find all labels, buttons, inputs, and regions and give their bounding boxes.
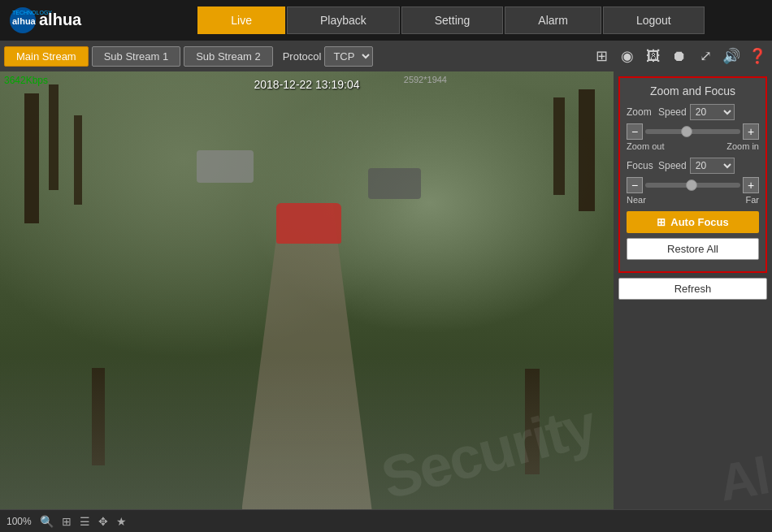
- focus-ends-row: Near Far: [627, 195, 759, 205]
- auto-focus-icon: ⊞: [657, 216, 666, 228]
- zoom-slider-track[interactable]: [645, 129, 740, 134]
- focus-speed-select[interactable]: 20: [690, 158, 735, 174]
- auto-focus-btn[interactable]: ⊞ Auto Focus: [627, 211, 759, 233]
- status-icon-bookmark[interactable]: ★: [116, 515, 127, 528]
- sub-stream2-btn[interactable]: Sub Stream 2: [184, 46, 273, 67]
- panel-watermark-text: Al: [715, 449, 772, 508]
- tree-2: [49, 84, 59, 190]
- help-icon[interactable]: ❓: [747, 45, 768, 67]
- nav-logout[interactable]: Logout: [603, 6, 705, 34]
- car-grey1: [197, 150, 254, 183]
- status-icon-search[interactable]: 🔍: [40, 515, 54, 528]
- expand-icon[interactable]: ⤢: [695, 45, 716, 67]
- status-icon-move[interactable]: ✥: [98, 515, 108, 528]
- tree-4: [579, 89, 595, 211]
- focus-slider-row: − +: [627, 177, 759, 193]
- zoom-focus-panel: Zoom and Focus Zoom Speed 20 − + Zoom ou…: [618, 76, 767, 273]
- status-bar: 100% 🔍 ⊞ ☰ ✥ ★: [0, 509, 772, 532]
- car-red: [276, 203, 341, 244]
- zoom-percent: 100%: [7, 516, 32, 527]
- sub-stream1-btn[interactable]: Sub Stream 1: [92, 46, 181, 67]
- refresh-container: Refresh: [614, 278, 772, 300]
- refresh-btn[interactable]: Refresh: [618, 278, 767, 300]
- tree-5: [553, 97, 565, 195]
- focus-slider-thumb: [686, 179, 697, 191]
- near-label: Near: [627, 195, 646, 205]
- record-icon[interactable]: ⏺: [669, 45, 690, 67]
- fullscreen-icon[interactable]: ⊞: [591, 45, 612, 67]
- header: alhua TECHNOLOGY alhua Live Playback Set…: [0, 0, 772, 41]
- stream-bar: Main Stream Sub Stream 1 Sub Stream 2 Pr…: [0, 41, 772, 71]
- zoom-out-label: Zoom out: [627, 141, 664, 151]
- dahua-logo: alhua TECHNOLOGY alhua: [8, 4, 114, 37]
- nav-live[interactable]: Live: [197, 6, 285, 34]
- protocol-label: Protocol: [283, 50, 322, 63]
- car-grey2: [368, 168, 421, 199]
- nav-playback[interactable]: Playback: [287, 6, 400, 34]
- zoom-ends-row: Zoom out Zoom in: [627, 141, 759, 151]
- zoom-speed-select[interactable]: 20: [690, 104, 735, 120]
- nav-alarm[interactable]: Alarm: [505, 6, 601, 34]
- status-icon-grid[interactable]: ⊞: [62, 515, 72, 528]
- svg-text:alhua: alhua: [12, 16, 37, 26]
- nav-bar: Live Playback Setting Alarm Logout: [197, 6, 704, 34]
- focus-label: Focus: [627, 160, 655, 171]
- main-stream-btn[interactable]: Main Stream: [4, 46, 89, 67]
- zoom-speed-label: Speed: [658, 106, 687, 118]
- main-area: 3642Kbps 2592*1944 2018-12-22 13:19:04 S…: [0, 71, 772, 509]
- bitrate-display: 3642Kbps: [4, 75, 48, 86]
- snapshot-icon[interactable]: ◉: [617, 45, 638, 67]
- right-panel: Zoom and Focus Zoom Speed 20 − + Zoom ou…: [614, 71, 772, 509]
- focus-slider-track[interactable]: [645, 183, 740, 188]
- focus-speed-label: Speed: [658, 160, 687, 171]
- zoom-speed-row: Zoom Speed 20: [627, 104, 759, 120]
- zoom-focus-title: Zoom and Focus: [627, 84, 759, 97]
- restore-all-btn[interactable]: Restore All: [627, 238, 759, 260]
- zoom-plus-btn[interactable]: +: [743, 123, 759, 140]
- focus-speed-row: Focus Speed 20: [627, 158, 759, 174]
- timestamp: 2018-12-22 13:19:04: [254, 78, 360, 91]
- svg-text:alhua: alhua: [39, 11, 82, 28]
- far-label: Far: [746, 195, 760, 205]
- audio-icon[interactable]: 🔊: [721, 45, 742, 67]
- zoom-slider-row: − +: [627, 123, 759, 140]
- zoom-in-label: Zoom in: [726, 141, 759, 151]
- tree-1: [24, 93, 39, 223]
- image-icon[interactable]: 🖼: [643, 45, 664, 67]
- zoom-minus-btn[interactable]: −: [627, 123, 643, 140]
- panel-watermark: Al: [614, 300, 772, 509]
- resolution-display: 2592*1944: [404, 75, 447, 84]
- logo: alhua TECHNOLOGY alhua: [0, 4, 130, 37]
- focus-plus-btn[interactable]: +: [743, 177, 759, 193]
- zoom-label: Zoom: [627, 106, 655, 118]
- video-area: 3642Kbps 2592*1944 2018-12-22 13:19:04 S…: [0, 71, 614, 509]
- zoom-slider-thumb: [681, 126, 692, 137]
- toolbar-icons: ⊞ ◉ 🖼 ⏺ ⤢ 🔊 ❓: [591, 45, 768, 67]
- tree-3: [74, 115, 82, 205]
- focus-minus-btn[interactable]: −: [627, 177, 643, 193]
- auto-focus-label: Auto Focus: [670, 216, 729, 228]
- protocol-select[interactable]: TCP: [324, 46, 373, 67]
- nav-setting[interactable]: Setting: [401, 6, 504, 34]
- status-icon-list[interactable]: ☰: [80, 515, 90, 528]
